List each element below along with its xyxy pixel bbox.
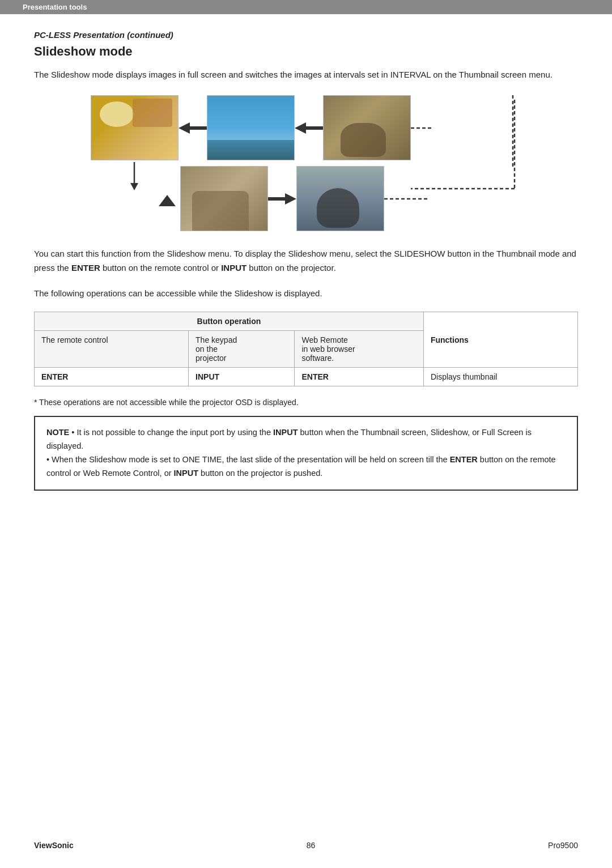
dashed-right-bracket	[504, 95, 521, 175]
body-text-1: You can start this function from the Sli…	[34, 247, 578, 275]
arrow-left-1	[178, 120, 207, 137]
svg-marker-7	[159, 195, 176, 206]
footnote: * These operations are not accessible wh…	[34, 398, 578, 407]
arrow-right-1	[268, 190, 296, 207]
svg-rect-3	[305, 126, 323, 130]
svg-marker-0	[178, 122, 190, 134]
operations-table: Button operation Functions The remote co…	[34, 312, 578, 386]
footer-model: Pro9500	[548, 841, 578, 850]
footer-page-number: 86	[307, 841, 316, 850]
page-content: PC-LESS Presentation (continued) Slidesh…	[0, 14, 612, 525]
diagram-image-animal	[323, 95, 411, 160]
table-row-1: ENTER INPUT ENTER Displays thumbnail	[35, 368, 578, 386]
diagram-image-food	[91, 95, 178, 160]
svg-marker-9	[285, 193, 296, 205]
diagram-bottom-row	[136, 166, 521, 231]
svg-rect-1	[189, 126, 207, 130]
table-header-button-op: Button operation	[35, 312, 424, 331]
intro-text: The Slideshow mode displays images in fu…	[34, 68, 578, 82]
dashed-arrow-bottom	[384, 190, 430, 207]
diagram-image-penguin	[296, 166, 384, 231]
arrow-left-2	[295, 120, 323, 137]
table-cell-enter: ENTER	[35, 368, 189, 386]
note-box: NOTE • It is not possible to change the …	[34, 416, 578, 491]
slideshow-diagram	[91, 95, 521, 231]
table-cell-enter2: ENTER	[295, 368, 423, 386]
body-text-2: The following operations can be accessib…	[34, 287, 578, 301]
svg-rect-10	[268, 197, 286, 201]
arrow-down-right	[136, 190, 176, 207]
table-cell-input: INPUT	[189, 368, 295, 386]
header-bar: Presentation tools	[0, 0, 612, 14]
header-label: Presentation tools	[23, 3, 87, 11]
dashed-arrow-top	[411, 120, 442, 137]
footer-brand: ViewSonic	[34, 841, 74, 850]
table-subheader-col1: The remote control	[35, 331, 189, 368]
diagram-image-rock	[180, 166, 268, 231]
page-footer: ViewSonic 86 Pro9500	[34, 841, 578, 850]
diagram-image-sky	[207, 95, 295, 160]
section-title: Slideshow mode	[34, 44, 578, 59]
table-header-functions: Functions	[423, 312, 577, 368]
table-subheader-col2: The keypad on the projector	[189, 331, 295, 368]
subtitle: PC-LESS Presentation (continued)	[34, 30, 578, 40]
table-subheader-col3: Web Remote in web browser software.	[295, 331, 423, 368]
svg-marker-2	[295, 122, 306, 134]
note-label: NOTE	[46, 428, 69, 437]
diagram-top-row	[91, 95, 521, 160]
table-cell-function: Displays thumbnail	[423, 368, 577, 386]
